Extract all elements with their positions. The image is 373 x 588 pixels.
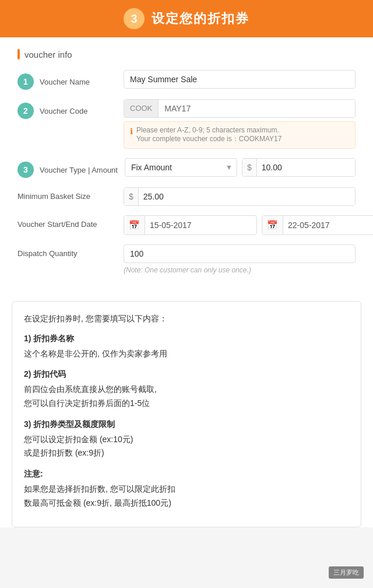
minimum-basket-input[interactable] xyxy=(139,188,355,205)
content-section-3: 3) 折扣券类型及额度限制 您可以设定折扣金额 (ex:10元) 或是折扣折数 … xyxy=(24,418,349,460)
voucher-code-suffix-input[interactable] xyxy=(159,100,355,117)
hint-text: Please enter A-Z, 0-9; 5 characters maxi… xyxy=(136,126,281,144)
section-note-body: 如果您是选择折扣折数, 您可以限定此折扣 数最高可抵金额 (ex:9折, 最高折… xyxy=(24,482,349,510)
text-section: 在设定折扣券时, 您需要填写以下内容： 1) 折扣券名称 这个名称是非公开的, … xyxy=(12,301,361,527)
step-badge-2: 2 xyxy=(17,103,34,119)
section-note-title: 注意: xyxy=(24,467,349,481)
voucher-name-label-col: 1 Voucher Name xyxy=(17,70,117,90)
voucher-type-select-wrapper: Fix Amount Percentage ▼ xyxy=(125,158,237,177)
step-badge-3: 3 xyxy=(17,162,34,178)
end-date-wrapper: 📅 xyxy=(262,215,373,235)
date-inputs-wrapper: 📅 📅 xyxy=(124,215,373,235)
section-2-title: 2) 折扣代码 xyxy=(24,368,349,382)
voucher-type-label-col: 3 Voucher Type | Amount xyxy=(17,158,118,178)
voucher-type-label: Voucher Type | Amount xyxy=(40,166,118,174)
step-badge-2-number: 2 xyxy=(23,106,28,116)
section-3-title: 3) 折扣券类型及额度限制 xyxy=(24,418,349,432)
dispatch-quantity-row: Dispatch Quantity (Note: One customer ca… xyxy=(17,244,356,274)
hint-line1: Please enter A-Z, 0-9; 5 characters maxi… xyxy=(136,126,281,134)
content-section-2: 2) 折扣代码 前四位会由系统直接从您的账号截取, 您可以自行决定折扣券后面的1… xyxy=(24,368,349,410)
start-date-calendar-icon: 📅 xyxy=(124,216,145,235)
dispatch-quantity-input-col: (Note: One customer can only use once.) xyxy=(124,244,356,274)
code-prefix: COOK xyxy=(124,100,159,117)
section-1-title: 1) 折扣券名称 xyxy=(24,332,349,346)
voucher-type-row: 3 Voucher Type | Amount Fix Amount Perce… xyxy=(17,158,356,178)
voucher-info-label: voucher info xyxy=(17,49,356,60)
type-amount-row: Fix Amount Percentage ▼ $ xyxy=(125,158,356,177)
header: 3 设定您的折扣券 xyxy=(0,0,373,37)
content-section-1: 1) 折扣券名称 这个名称是非公开的, 仅作为卖家参考用 xyxy=(24,332,349,361)
end-date-input[interactable] xyxy=(283,216,373,234)
basket-currency-symbol: $ xyxy=(124,188,139,205)
minimum-basket-input-col: $ xyxy=(124,187,356,206)
basket-input-wrapper: $ xyxy=(124,187,356,206)
voucher-type-input-col: Fix Amount Percentage ▼ $ xyxy=(125,158,356,177)
header-step-number: 3 xyxy=(131,12,137,26)
date-row: Voucher Start/End Date 📅 📅 xyxy=(17,215,356,235)
section-1-body: 这个名称是非公开的, 仅作为卖家参考用 xyxy=(24,347,349,361)
dispatch-quantity-label: Dispatch Quantity xyxy=(17,244,117,258)
date-label: Voucher Start/End Date xyxy=(17,215,117,229)
end-date-calendar-icon: 📅 xyxy=(262,216,283,235)
voucher-code-label-col: 2 Voucher Code xyxy=(17,99,117,119)
section-2-body: 前四位会由系统直接从您的账号截取, 您可以自行决定折扣券后面的1-5位 xyxy=(24,383,349,411)
minimum-basket-row: Minimum Basket Size $ xyxy=(17,187,356,206)
header-title: 设定您的折扣券 xyxy=(152,10,249,27)
voucher-code-row: 2 Voucher Code COOK ℹ Please enter A-Z, … xyxy=(17,99,356,149)
voucher-name-input[interactable] xyxy=(124,70,356,89)
step-badge-1: 1 xyxy=(17,74,34,90)
content-intro: 在设定折扣券时, 您需要填写以下内容： xyxy=(24,312,349,326)
minimum-basket-label: Minimum Basket Size xyxy=(17,187,117,201)
dispatch-note: (Note: One customer can only use once.) xyxy=(124,266,356,274)
start-date-wrapper: 📅 xyxy=(124,215,257,235)
hint-icon: ℹ xyxy=(130,127,133,136)
voucher-code-label: Voucher Code xyxy=(40,107,87,116)
amount-input-wrapper: $ xyxy=(242,158,356,177)
date-input-col: 📅 📅 xyxy=(124,215,373,235)
dispatch-quantity-input[interactable] xyxy=(124,244,356,263)
header-step-circle: 3 xyxy=(124,8,145,29)
voucher-name-input-col xyxy=(124,70,356,89)
amount-input[interactable] xyxy=(257,159,356,176)
voucher-info-bar xyxy=(17,49,20,60)
start-date-input[interactable] xyxy=(145,216,256,234)
voucher-name-row: 1 Voucher Name xyxy=(17,70,356,90)
section-3-body: 您可以设定折扣金额 (ex:10元) 或是折扣折数 (ex:9折) xyxy=(24,433,349,461)
code-prefix-input-wrapper: COOK xyxy=(124,99,356,118)
hint-line2: Your complete voucher code is：COOKMAY17 xyxy=(136,134,281,144)
voucher-name-label: Voucher Name xyxy=(40,78,90,86)
page-wrapper: 3 设定您的折扣券 voucher info 1 Voucher Name xyxy=(0,0,373,527)
step-badge-3-number: 3 xyxy=(23,165,28,174)
voucher-info-text: voucher info xyxy=(24,50,72,60)
form-section: voucher info 1 Voucher Name 2 Voucher Co… xyxy=(0,37,373,295)
watermark: 三月罗吃 xyxy=(329,566,364,579)
voucher-code-input-col: COOK ℹ Please enter A-Z, 0-9; 5 characte… xyxy=(124,99,356,149)
amount-currency-symbol: $ xyxy=(242,159,257,176)
step-badge-1-number: 1 xyxy=(23,77,28,86)
content-section-note: 注意: 如果您是选择折扣折数, 您可以限定此折扣 数最高可抵金额 (ex:9折,… xyxy=(24,467,349,510)
voucher-type-select[interactable]: Fix Amount Percentage xyxy=(125,158,237,177)
code-hint: ℹ Please enter A-Z, 0-9; 5 characters ma… xyxy=(124,121,356,149)
